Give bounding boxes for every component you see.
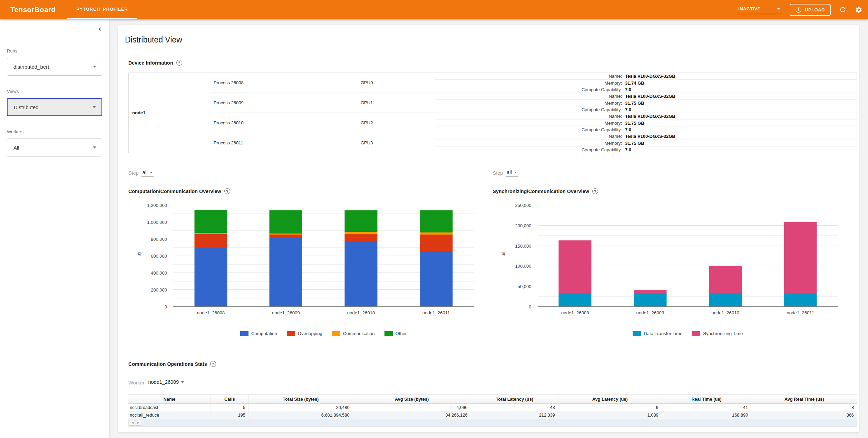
stacked-bar [784, 222, 817, 307]
settings-gear-icon[interactable] [855, 6, 862, 13]
tab-pytorch-profiler[interactable]: PYTORCH_PROFILER [67, 0, 137, 19]
bar-group: node1_26011 [399, 205, 474, 307]
legend-label: Computation [251, 331, 277, 336]
property-value: Tesla V100-DGXS-32GB [625, 134, 675, 139]
property-value: 31.75 GB [625, 101, 644, 106]
chevron-down-icon [514, 172, 517, 173]
value-cell: 4,096 [353, 404, 471, 411]
pager-prev-button[interactable] [130, 420, 135, 426]
property-label: Memory: [435, 101, 625, 106]
chart-legend: Data Transfer TimeSynchronizing Time [538, 331, 838, 336]
tab-label: PYTORCH_PROFILER [76, 7, 128, 12]
bar-group: node1_26011 [763, 205, 838, 307]
arrow-right-icon [137, 421, 139, 424]
refresh-icon[interactable] [839, 6, 847, 13]
legend-label: Synchronizing Time [703, 331, 743, 336]
help-icon[interactable] [592, 188, 598, 194]
value-cell: 866 [751, 411, 857, 419]
x-axis-category-label: node1_26011 [399, 310, 474, 315]
property-value: Tesla V100-DGXS-32GB [625, 114, 675, 119]
legend-label: Other [396, 331, 407, 336]
y-tick-label: 100,000 [515, 264, 531, 269]
x-axis-category-label: node1_26009 [613, 310, 688, 315]
legend-swatch [692, 331, 700, 336]
workers-select[interactable]: All [7, 139, 102, 156]
views-select[interactable]: Distributed [7, 98, 102, 116]
comm-ops-table: NameCallsTotal Size (bytes)Avg Size (byt… [128, 394, 857, 419]
property-row: Memory:31.75 GB [435, 140, 857, 146]
process-cell: Process 26010 [211, 113, 359, 133]
legend-item: Overlapping [287, 331, 322, 336]
bar-segment-data-transfer-time [784, 293, 817, 307]
legend-swatch [332, 331, 340, 336]
x-axis-category-label: node1_26011 [763, 310, 838, 315]
status-select[interactable]: INACTIVE [737, 6, 781, 14]
communication-ops-heading: Communication Operations Stats [128, 361, 857, 367]
value-cell: 34,266,126 [353, 411, 471, 419]
plot-area: node1_26008node1_26009node1_26010node1_2… [173, 205, 474, 307]
runs-select[interactable]: distributed_bert [7, 58, 102, 76]
upload-label: UPLOAD [805, 7, 825, 12]
gpu-cell: GPU3 [359, 133, 435, 153]
gpu-cell: GPU2 [359, 113, 435, 133]
plot-area: node1_26008node1_26009node1_26010node1_2… [538, 205, 838, 307]
property-label: Name: [435, 94, 625, 99]
property-label: Compute Capability: [435, 147, 625, 152]
property-row: Compute Capability:7.0 [435, 146, 857, 153]
chevron-down-icon [93, 66, 96, 68]
y-tick-label: 600,000 [151, 254, 167, 259]
info-icon [796, 7, 801, 13]
property-row: Name:Tesla V100-DGXS-32GB [435, 113, 857, 120]
value-cell: 43 [471, 404, 558, 411]
pager-next-button[interactable] [136, 420, 141, 426]
value-cell: 168,890 [662, 411, 751, 419]
x-axis-category-label: node1_26010 [323, 310, 399, 315]
value-cell: 212,339 [471, 411, 558, 419]
upload-button[interactable]: UPLOAD [790, 4, 831, 16]
bar-segment-data-transfer-time [559, 293, 592, 307]
y-axis-ticks: 0200,000400,000600,000800,0001,000,0001,… [128, 205, 170, 307]
stacked-bar [559, 240, 592, 307]
help-icon[interactable] [210, 361, 216, 367]
bar-segment-other [270, 210, 302, 234]
appbar-actions: INACTIVE UPLOAD [737, 4, 862, 16]
legend-item: Communication [332, 331, 375, 336]
help-icon[interactable] [224, 188, 230, 194]
bar-segment-other [345, 210, 378, 232]
bar-segment-computation [194, 248, 227, 307]
y-tick-label: 1,000,000 [147, 220, 167, 225]
value-cell: 8 [751, 404, 857, 411]
property-row: Compute Capability:7.0 [435, 106, 857, 113]
x-axis-category-label: node1_26010 [688, 310, 763, 315]
bar-segment-other [194, 210, 227, 233]
main-content: Distributed View Device Information node… [109, 19, 868, 438]
status-label: INACTIVE [738, 6, 761, 11]
legend-swatch [633, 331, 641, 336]
help-icon[interactable] [176, 60, 182, 66]
bar-segment-computation [345, 241, 378, 307]
step-select[interactable]: Step all [128, 170, 493, 177]
synchronizing-overview-heading: Synchronizing/Communication Overview [493, 188, 857, 194]
chevron-down-icon [150, 172, 153, 173]
legend-item: Synchronizing Time [692, 331, 743, 336]
arrow-left-icon [131, 421, 134, 424]
gpu-properties: Name:Tesla V100-DGXS-32GBMemory:31.75 GB… [435, 113, 857, 133]
property-label: Name: [435, 74, 625, 79]
legend-item: Other [384, 331, 407, 336]
property-row: Name:Tesla V100-DGXS-32GB [435, 133, 857, 140]
gpu-cell: GPU1 [359, 93, 435, 113]
worker-select[interactable]: Worker node1_26009 [128, 379, 857, 386]
step-select[interactable]: Step all [493, 170, 857, 177]
property-label: Compute Capability: [435, 87, 625, 92]
bar-segment-other [420, 210, 452, 232]
bar-segment-data-transfer-time [709, 293, 742, 307]
bar-segment-overlapping [270, 235, 302, 238]
legend-item: Computation [240, 331, 277, 336]
runs-value: distributed_bert [13, 64, 49, 70]
property-value: 7.0 [625, 87, 631, 92]
chevron-down-icon [181, 381, 184, 383]
property-label: Compute Capability: [435, 127, 625, 132]
chart-legend: ComputationOverlappingCommunicationOther [173, 331, 474, 336]
collapse-sidebar-icon[interactable] [98, 24, 101, 33]
x-axis-category-label: node1_26008 [173, 310, 248, 315]
